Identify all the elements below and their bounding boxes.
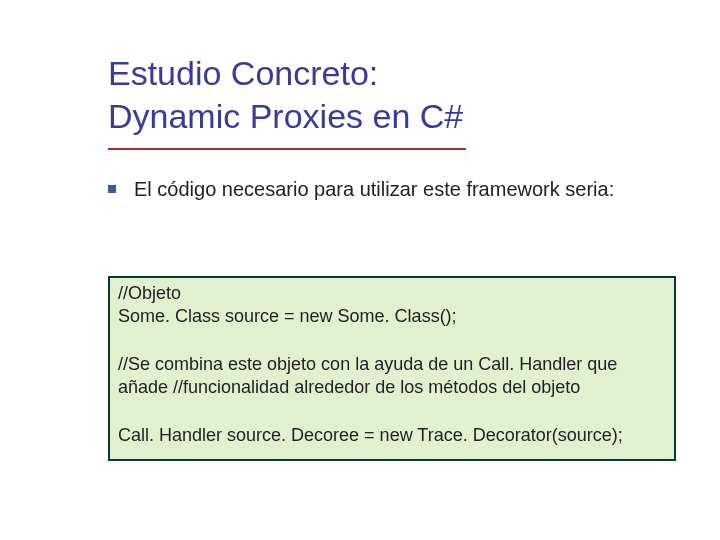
code-gap [118, 400, 666, 424]
title-line-1: Estudio Concreto: [108, 54, 378, 92]
code-line: Some. Class source = new Some. Class(); [118, 305, 666, 328]
slide: Estudio Concreto: Dynamic Proxies en C# … [0, 0, 720, 540]
slide-title: Estudio Concreto: Dynamic Proxies en C# [108, 52, 463, 137]
bullet-item: El código necesario para utilizar este f… [108, 176, 644, 202]
square-bullet-icon [108, 185, 116, 193]
title-underline [108, 148, 466, 150]
code-gap [118, 329, 666, 353]
title-line-2: Dynamic Proxies en C# [108, 97, 463, 135]
code-line: Call. Handler source. Decoree = new Trac… [118, 424, 666, 447]
bullet-text: El código necesario para utilizar este f… [134, 176, 644, 202]
code-line: //Objeto [118, 282, 666, 305]
code-line: //Se combina este objeto con la ayuda de… [118, 353, 666, 400]
code-block: //Objeto Some. Class source = new Some. … [108, 276, 676, 461]
